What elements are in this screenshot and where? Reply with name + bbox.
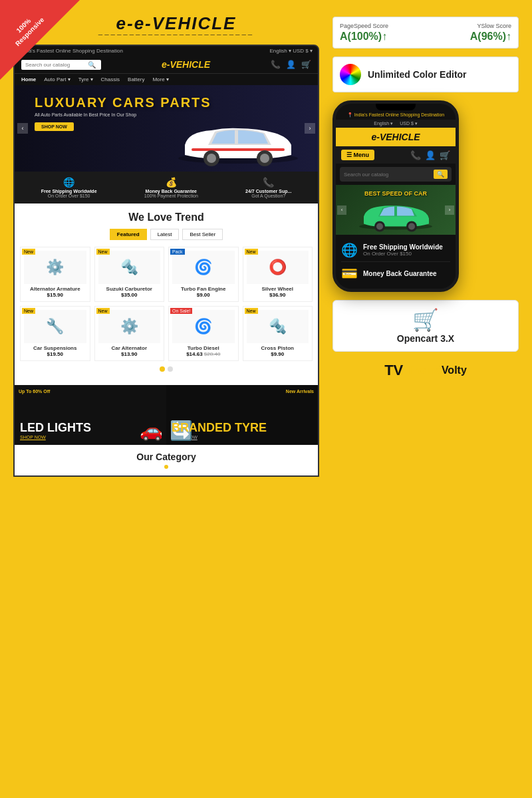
hero-prev-btn[interactable]: ‹ bbox=[17, 123, 28, 134]
hero-subtitle: All Auto Parts Available In Best Price I… bbox=[35, 112, 211, 117]
phone-moneyback-title: Money Back Guarantee bbox=[363, 270, 437, 277]
product-5-badge: New bbox=[22, 308, 35, 314]
right-panel: PageSpeed Score YSlow Score A(100%)↑ A(9… bbox=[332, 13, 519, 477]
shipping-icon: 🌐 bbox=[63, 177, 74, 188]
phone-menu-bar: ☰ Menu 📞 👤 🛒 bbox=[336, 146, 456, 164]
product-2[interactable]: New 🔩 Suzuki Carburetor $35.00 bbox=[94, 247, 165, 302]
speed-score-badge: PageSpeed Score YSlow Score A(100%)↑ A(9… bbox=[332, 17, 519, 49]
tab-latest[interactable]: Latest bbox=[150, 229, 180, 240]
menu-chassis[interactable]: Chassis bbox=[101, 76, 120, 82]
moneyback-sub: 100% Payment Protection bbox=[144, 194, 198, 198]
phone-user-icon: 👤 bbox=[425, 150, 436, 160]
phone-search-btn[interactable]: 🔍 bbox=[434, 170, 448, 179]
product-7[interactable]: On Sale! 🌀 Turbo Diesel $14.63 $28.40 bbox=[168, 306, 239, 361]
menu-tyre[interactable]: Tyre ▾ bbox=[78, 76, 93, 82]
product-1-badge: New bbox=[22, 249, 35, 255]
support-title: 24/7 Customer Sup... bbox=[245, 189, 291, 194]
speed-score-values: A(100%)↑ A(96%)↑ bbox=[340, 31, 511, 43]
product-5-price: $19.50 bbox=[24, 351, 86, 357]
main-layout: e-e-VEHICLE ───────────────────────── In… bbox=[0, 0, 532, 490]
feature-moneyback: 💰 Money Back Guarantee 100% Payment Prot… bbox=[144, 177, 198, 198]
phone-mockup-wrapper: 📍 India's Fastest Online Shopping Destin… bbox=[332, 100, 519, 292]
product-3-badge: Pack bbox=[170, 249, 185, 255]
phone-menu-btn[interactable]: ☰ Menu bbox=[341, 150, 374, 160]
phone-search-bar[interactable]: 🔍 bbox=[340, 167, 452, 182]
yslow-label: YSlow Score bbox=[477, 23, 511, 29]
product-2-badge: New bbox=[96, 249, 110, 255]
pagespeed-label: PageSpeed Score bbox=[340, 23, 388, 29]
support-sub: Got A Question? bbox=[251, 194, 285, 198]
product-4-img: ⭕ bbox=[247, 251, 309, 284]
menu-more[interactable]: More ▾ bbox=[152, 76, 168, 82]
cart-icon: 🛒 bbox=[301, 60, 311, 69]
feature-shipping: 🌐 Free Shipping Worldwide On Order Over … bbox=[41, 177, 97, 198]
menu-battery[interactable]: Battery bbox=[128, 76, 144, 82]
shipping-sub: On Order Over $150 bbox=[48, 194, 90, 198]
phone-hero: ‹ BEST SPEED O bbox=[336, 185, 456, 235]
features-bar: 🌐 Free Shipping Worldwide On Order Over … bbox=[15, 172, 318, 203]
product-6[interactable]: New ⚙️ Car Alternator $13.90 bbox=[94, 306, 165, 361]
product-8[interactable]: New 🔩 Cross Piston $9.90 bbox=[243, 306, 313, 361]
product-tabs: Featured Latest Best Seller bbox=[20, 229, 313, 240]
products-row-1: New ⚙️ Alternator Armature $15.90 New 🔩 … bbox=[20, 247, 313, 302]
hero-banner: ‹ LUXUARY CARS PARTS All Auto Parts Avai… bbox=[15, 85, 318, 172]
dot-2 bbox=[168, 366, 173, 372]
product-8-price: $9.90 bbox=[247, 351, 309, 357]
phone-shipping-icon: 🌐 bbox=[341, 242, 358, 258]
promo-led-badge: Up To 60% Off bbox=[19, 389, 50, 394]
phone-hero-next[interactable]: › bbox=[445, 205, 454, 215]
phone-lang[interactable]: English ▾ bbox=[374, 121, 393, 126]
product-1-img: ⚙️ bbox=[24, 251, 86, 284]
phone-feature-shipping: 🌐 Free Shipping Worldwide On Order Over … bbox=[341, 239, 450, 262]
product-4-badge: New bbox=[245, 249, 258, 255]
hero-text-content: LUXUARY CARS PARTS All Auto Parts Availa… bbox=[35, 95, 211, 131]
desktop-mockup-frame: India's Fastest Online Shopping Destinat… bbox=[13, 45, 319, 477]
logo-e: e- bbox=[116, 13, 134, 33]
phone-shipping-text: Free Shipping Worldwide On Order Over $1… bbox=[363, 243, 443, 257]
product-5-name: Car Suspensions bbox=[24, 345, 86, 351]
phone-logo: e-VEHICLE bbox=[336, 128, 456, 146]
phone-icon: 📞 bbox=[271, 60, 281, 69]
product-5[interactable]: New 🔧 Car Suspensions $19.50 bbox=[20, 306, 90, 361]
product-6-img: ⚙️ bbox=[98, 310, 161, 343]
category-dots bbox=[21, 465, 311, 469]
product-6-name: Car Alternator bbox=[98, 345, 161, 351]
phone-action-icons: 📞 👤 🛒 bbox=[410, 150, 450, 160]
phone-hero-prev[interactable]: ‹ bbox=[337, 205, 346, 215]
phone-search-input[interactable] bbox=[344, 172, 431, 178]
product-3[interactable]: Pack 🌀 Turbo Fan Engine $9.00 bbox=[168, 247, 239, 302]
shop-now-btn[interactable]: SHOP NOW bbox=[35, 122, 74, 131]
promo-branded-tyre[interactable]: New Arrivals Branded Tyre SHOP NOW 🔄 bbox=[166, 385, 318, 445]
product-4[interactable]: New ⭕ Silver Wheel $36.90 bbox=[243, 247, 313, 302]
product-7-img: 🌀 bbox=[172, 310, 235, 343]
promo-led-lights[interactable]: Up To 60% Off Led Lights SHOP NOW 🚗 bbox=[15, 385, 166, 445]
product-3-price: $9.00 bbox=[172, 292, 235, 298]
product-1[interactable]: New ⚙️ Alternator Armature $15.90 bbox=[20, 247, 90, 302]
hero-next-btn[interactable]: › bbox=[305, 123, 315, 134]
promo-banners: Up To 60% Off Led Lights SHOP NOW 🚗 New … bbox=[15, 385, 318, 445]
phone-notch bbox=[376, 104, 416, 110]
page-wrapper: 100% Responsive e-e-VEHICLE ────────────… bbox=[0, 0, 532, 798]
product-1-name: Alternator Armature bbox=[24, 286, 86, 292]
speed-score-labels: PageSpeed Score YSlow Score bbox=[340, 23, 511, 29]
tab-bestseller[interactable]: Best Seller bbox=[182, 229, 223, 240]
dot-active bbox=[160, 366, 165, 372]
phone-currency[interactable]: USD $ ▾ bbox=[400, 121, 418, 126]
product-3-img: 🌀 bbox=[172, 251, 235, 284]
product-1-price: $15.90 bbox=[24, 292, 86, 298]
white-content-area: We Love Trend Featured Latest Best Selle… bbox=[15, 203, 318, 385]
products-row-2: New 🔧 Car Suspensions $19.50 New ⚙️ Car … bbox=[20, 306, 313, 361]
tv-logo: TV bbox=[384, 363, 403, 378]
product-7-price: $14.63 $28.40 bbox=[172, 351, 235, 357]
opencart-badge: 🛒 Opencart 3.X bbox=[332, 300, 519, 352]
opencart-label: Opencart 3.X bbox=[343, 332, 508, 344]
product-2-price: $35.00 bbox=[98, 292, 161, 298]
tab-featured[interactable]: Featured bbox=[110, 229, 147, 240]
promo-tyre-badge: New Arrivals bbox=[286, 389, 314, 394]
promo-led-title: Led Lights bbox=[20, 421, 161, 435]
themevolty-badge: TV ThemeVolty bbox=[332, 360, 519, 381]
topbar-right-text: English ▾ USD $ ▾ bbox=[270, 48, 313, 54]
tv-theme: Theme bbox=[407, 364, 442, 376]
product-4-price: $36.90 bbox=[247, 292, 309, 298]
our-category-title: Our Category bbox=[21, 452, 311, 462]
